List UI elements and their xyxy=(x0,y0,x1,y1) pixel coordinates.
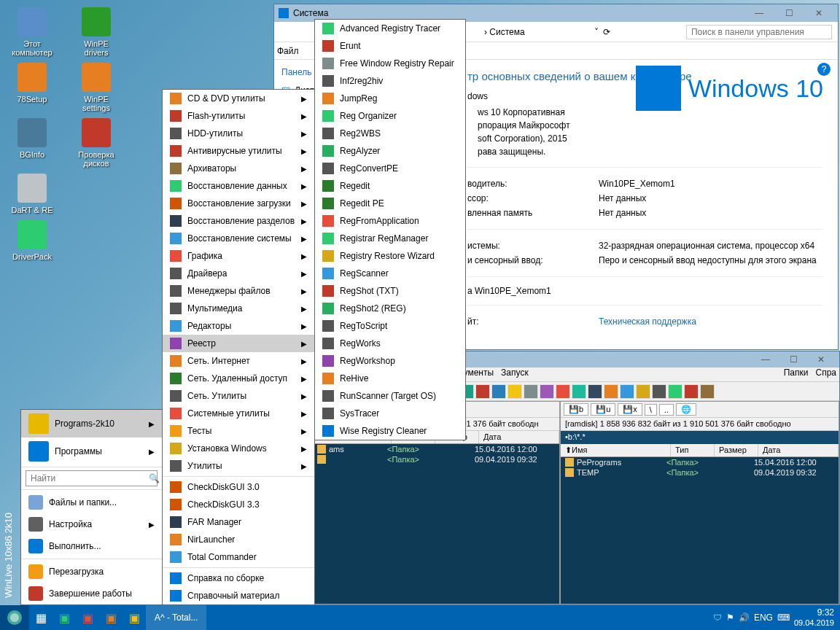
submenu-item[interactable]: Установка Windows▶ xyxy=(163,440,314,457)
tray-lang[interactable]: ENG xyxy=(754,612,773,623)
tc-column-header[interactable]: Размер xyxy=(715,444,758,456)
tc-file-row[interactable]: <Папка>09.04.2019 09:32 xyxy=(313,454,559,464)
pin2-icon[interactable]: ▣ xyxy=(79,609,96,626)
submenu-item[interactable]: NirLauncher xyxy=(163,531,314,548)
registry-menu-item[interactable]: Regedit PE xyxy=(315,195,465,212)
tc-toolbar-button[interactable] xyxy=(588,384,602,399)
search-input[interactable] xyxy=(686,25,832,39)
desktop-item[interactable]: Проверка дисков xyxy=(71,118,121,168)
registry-menu-item[interactable]: RegWorks xyxy=(315,335,465,352)
tc-drive-button[interactable]: 💾u xyxy=(591,403,615,416)
submenu-item[interactable]: Менеджеры файлов▶ xyxy=(163,282,314,300)
taskview-icon[interactable]: ▦ xyxy=(32,609,50,626)
tc-drive-button[interactable]: 💾x xyxy=(618,403,642,416)
start-search[interactable]: 🔍 xyxy=(26,470,158,486)
registry-menu-item[interactable]: Registry Restore Wizard xyxy=(315,247,465,265)
start-menu-item[interactable]: Перезагрузка xyxy=(21,561,162,583)
tray-flag-icon[interactable]: ⚑ xyxy=(726,612,734,623)
registry-menu-item[interactable]: Registrar RegManager xyxy=(315,230,465,247)
desktop-item[interactable]: 78Setup xyxy=(7,63,57,112)
pin3-icon[interactable]: ▣ xyxy=(102,609,120,626)
tc-column-header[interactable]: Дата xyxy=(758,444,839,456)
tray-time[interactable]: 9:32 xyxy=(794,608,834,618)
tray-keyboard-icon[interactable]: ⌨ xyxy=(777,612,790,623)
tc-toolbar-button[interactable] xyxy=(604,384,618,399)
registry-menu-item[interactable]: RegWorkshop xyxy=(315,352,465,370)
submenu-item[interactable]: Восстановление данных▶ xyxy=(163,177,314,195)
tc-menu-item[interactable]: Папки xyxy=(784,368,809,381)
tc-file-row[interactable]: TEMP<Папка>09.04.2019 09:32 xyxy=(561,467,839,478)
tray-date[interactable]: 09.04.2019 xyxy=(794,618,834,627)
tc-toolbar-button[interactable] xyxy=(572,384,586,399)
file-menu[interactable]: Файл xyxy=(277,46,299,56)
submenu-item[interactable]: Реестр▶ xyxy=(163,335,314,352)
registry-menu-item[interactable]: RegAlyzer xyxy=(315,142,465,160)
submenu-item[interactable]: Справочный материал xyxy=(163,587,314,604)
taskbar-task-totalcmd[interactable]: A^ - Total... xyxy=(146,605,206,630)
tc-right-path[interactable]: •b:\*.* xyxy=(561,431,839,444)
tc-toolbar-button[interactable] xyxy=(700,384,715,399)
tc-toolbar-button[interactable] xyxy=(668,384,682,399)
tc-toolbar-button[interactable] xyxy=(620,384,634,399)
start-menu-item[interactable]: Завершение работы xyxy=(21,583,162,604)
tc-column-header[interactable]: Дата xyxy=(479,431,559,443)
submenu-item[interactable]: Системные утилиты▶ xyxy=(163,405,314,422)
desktop-item[interactable]: Этот компьютер xyxy=(7,7,57,57)
submenu-item[interactable]: HDD-утилиты▶ xyxy=(163,125,314,142)
start-button[interactable] xyxy=(0,605,29,630)
registry-menu-item[interactable]: RegShot2 (REG) xyxy=(315,300,465,317)
registry-menu-item[interactable]: RunScanner (Target OS) xyxy=(315,387,465,405)
refresh-icon[interactable]: ⟳ xyxy=(603,27,610,37)
tray-shield-icon[interactable]: 🛡 xyxy=(713,612,722,623)
registry-menu-item[interactable]: Advanced Registry Tracer xyxy=(315,20,465,37)
tc-column-header[interactable]: ⬆Имя xyxy=(561,444,671,456)
search-icon[interactable]: 🔍 xyxy=(144,471,164,486)
submenu-item[interactable]: Сеть. Интернет▶ xyxy=(163,352,314,370)
tc-toolbar-button[interactable] xyxy=(524,384,538,399)
submenu-item[interactable]: Утилиты▶ xyxy=(163,457,314,475)
submenu-item[interactable]: Тесты▶ xyxy=(163,422,314,440)
submenu-item[interactable]: Восстановление системы▶ xyxy=(163,230,314,247)
tc-menu-item[interactable]: Спра xyxy=(815,368,836,381)
registry-menu-item[interactable]: SysTracer xyxy=(315,405,465,422)
submenu-item[interactable]: Справка по сборке xyxy=(163,569,314,587)
submenu-item[interactable]: Сеть. Удаленный доступ▶ xyxy=(163,370,314,387)
registry-menu-item[interactable]: RegConvertPE xyxy=(315,160,465,177)
close-button[interactable]: ✕ xyxy=(804,5,833,21)
desktop-item[interactable]: WinPE drivers xyxy=(71,7,121,57)
tc-toolbar-button[interactable] xyxy=(540,384,554,399)
registry-menu-item[interactable]: JumpReg xyxy=(315,90,465,107)
submenu-item[interactable]: Антивирусные утилиты▶ xyxy=(163,142,314,160)
registry-menu-item[interactable]: Free Window Registry Repair xyxy=(315,55,465,72)
dropdown-icon[interactable]: ˅ xyxy=(594,27,599,37)
tc-toolbar-button[interactable] xyxy=(508,384,522,399)
submenu-item[interactable]: Восстановление загрузки▶ xyxy=(163,195,314,212)
tc-toolbar-button[interactable] xyxy=(652,384,666,399)
submenu-item[interactable]: Сеть. Утилиты▶ xyxy=(163,387,314,405)
tc-menu-item[interactable]: Запуск xyxy=(501,368,529,381)
tc-drive-button[interactable]: 💾b xyxy=(564,403,588,416)
registry-menu-item[interactable]: ReHive xyxy=(315,370,465,387)
registry-menu-item[interactable]: RegToScript xyxy=(315,317,465,335)
tc-toolbar-button[interactable] xyxy=(491,384,506,399)
submenu-item[interactable]: Восстановление разделов▶ xyxy=(163,212,314,230)
registry-menu-item[interactable]: Inf2reg2hiv xyxy=(315,72,465,90)
tc-toolbar-button[interactable] xyxy=(684,384,699,399)
tc-toolbar-button[interactable] xyxy=(636,384,650,399)
tc-close-button[interactable]: ✕ xyxy=(807,352,835,367)
pin4-icon[interactable]: ▣ xyxy=(125,609,143,626)
submenu-item[interactable]: CheckDiskGUI 3.0 xyxy=(163,478,314,496)
desktop-item[interactable]: WinPE settings xyxy=(71,63,121,112)
start-menu-item[interactable]: Programs-2k10▶ xyxy=(21,410,162,438)
registry-menu-item[interactable]: Reg2WBS xyxy=(315,125,465,142)
maximize-button[interactable]: ☐ xyxy=(774,5,804,21)
breadcrumb[interactable]: › Система xyxy=(484,27,525,37)
submenu-item[interactable]: Total Commander xyxy=(163,548,314,566)
tc-file-row[interactable]: ams<Папка>15.04.2016 12:00 xyxy=(313,444,559,454)
tc-nav-button[interactable]: .. xyxy=(659,404,674,416)
submenu-item[interactable]: Мультимедиа▶ xyxy=(163,300,314,317)
submenu-item[interactable]: Архиваторы▶ xyxy=(163,160,314,177)
submenu-item[interactable]: Редакторы▶ xyxy=(163,317,314,335)
tc-minimize-button[interactable]: — xyxy=(752,352,779,367)
start-menu-item[interactable]: Настройка▶ xyxy=(21,513,162,535)
